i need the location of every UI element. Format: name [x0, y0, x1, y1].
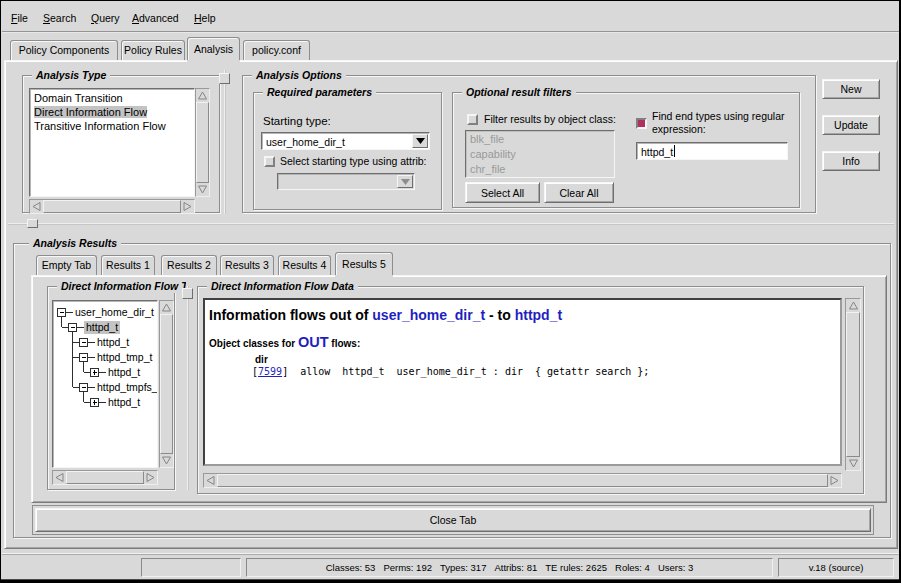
tab-policy-rules[interactable]: Policy Rules	[121, 40, 185, 60]
scrollbar-thumb[interactable]	[846, 312, 860, 457]
scroll-down-button[interactable]	[160, 454, 173, 467]
results-pane-sash-handle[interactable]	[27, 219, 38, 228]
scroll-right-button[interactable]	[181, 200, 194, 213]
update-button[interactable]: Update	[822, 115, 880, 135]
new-button[interactable]: New	[822, 79, 880, 99]
menu-query[interactable]: Query	[91, 11, 120, 26]
top-pane-sash-handle[interactable]	[219, 73, 230, 84]
scroll-up-button[interactable]	[196, 89, 209, 102]
subheading-prefix: Object classes for	[209, 338, 298, 349]
scrollbar-thumb[interactable]	[217, 474, 828, 487]
scrollbar-thumb[interactable]	[196, 102, 209, 183]
tree-node-label[interactable]: httpd_t	[95, 336, 131, 349]
flow-tree-groupbox: Direct Information Flow T user_home_dir_…	[47, 286, 175, 490]
analysis-type-item[interactable]: Transitive Information Flow	[30, 119, 194, 133]
regex-checkbox[interactable]	[636, 118, 647, 129]
tree-expander-minus[interactable]	[79, 353, 88, 362]
top-pane-sash[interactable]	[224, 70, 226, 214]
tab-label: Policy Rules	[124, 44, 182, 56]
scrollbar-thumb[interactable]	[160, 314, 173, 454]
tree-expander-minus[interactable]	[68, 323, 77, 332]
starting-type-combo-arrow-button[interactable]	[412, 134, 428, 148]
select-all-button[interactable]: Select All	[465, 182, 540, 203]
status-empty-segment	[141, 558, 241, 577]
tree-node-label[interactable]: httpd_t	[106, 396, 142, 409]
results-tab-label: Empty Tab	[42, 259, 91, 271]
results-tab-results-4[interactable]: Results 4	[278, 255, 331, 275]
results-tab-label: Results 5	[342, 258, 386, 270]
analysis-type-vscrollbar[interactable]	[195, 88, 210, 197]
analysis-type-listbox[interactable]: Domain TransitionDirect Information Flow…	[29, 88, 195, 197]
attrib-combo-arrow-button	[397, 175, 413, 188]
flow-heading-part: - to	[485, 307, 515, 323]
scroll-right-button[interactable]	[144, 471, 157, 484]
flow-tree-hscrollbar[interactable]	[52, 470, 158, 485]
flow-data-hscrollbar[interactable]	[203, 473, 842, 488]
scroll-down-button[interactable]	[196, 183, 209, 196]
flow-tree[interactable]: user_home_dir_thttpd_thttpd_thttpd_tmp_t…	[52, 300, 158, 468]
starting-type-combobox[interactable]: user_home_dir_t	[261, 132, 430, 150]
results-tab-results-1[interactable]: Results 1	[101, 255, 155, 275]
scroll-up-button[interactable]	[160, 301, 173, 314]
info-button[interactable]: Info	[822, 151, 880, 171]
required-parameters-groupbox: Required parameters Starting type: user_…	[253, 92, 442, 210]
analysis-type-item[interactable]: Direct Information Flow	[30, 105, 194, 119]
attrib-checkbox[interactable]	[264, 156, 275, 167]
rule-number-link[interactable]: 7599	[258, 366, 282, 377]
scroll-left-button[interactable]	[53, 471, 66, 484]
results-tab-results-3[interactable]: Results 3	[220, 255, 274, 275]
new-button-label: New	[840, 83, 861, 95]
menu-bar: FileSearchQueryAdvancedHelp	[2, 2, 899, 33]
regex-checkbox-label[interactable]: Find end types using regular expression:	[652, 110, 785, 136]
analysis-type-item-label: Domain Transition	[34, 92, 123, 104]
tree-node-label[interactable]: httpd_tmpfs_t	[95, 381, 158, 394]
analysis-type-item[interactable]: Domain Transition	[30, 91, 194, 105]
starting-type-label: Starting type:	[263, 115, 331, 127]
scrollbar-thumb[interactable]	[43, 200, 181, 213]
scroll-down-button[interactable]	[846, 457, 860, 470]
tree-node-label[interactable]: httpd_t	[84, 321, 120, 334]
scroll-left-button[interactable]	[30, 200, 43, 213]
results-tab-results-5[interactable]: Results 5	[335, 252, 393, 275]
rule-text: allow httpd_t user_home_dir_t : dir { ge…	[288, 366, 649, 377]
scroll-right-button[interactable]	[828, 474, 841, 487]
menu-advanced[interactable]: Advanced	[132, 11, 179, 26]
tree-expander-plus[interactable]	[90, 398, 99, 407]
tree-node-label[interactable]: httpd_tmp_t	[95, 351, 154, 364]
menu-file[interactable]: File	[11, 11, 28, 26]
results-pane-sash[interactable]	[8, 223, 894, 225]
filter-object-class-checkbox[interactable]	[467, 114, 478, 125]
flow-data-text[interactable]: Information flows out of user_home_dir_t…	[203, 298, 842, 466]
close-tab-button[interactable]: Close Tab	[35, 508, 871, 532]
regex-entry[interactable]: httpd_t	[636, 142, 788, 160]
results-tab-results-2[interactable]: Results 2	[161, 255, 217, 275]
menu-help[interactable]: Help	[194, 11, 216, 26]
tree-connector-line	[88, 357, 95, 358]
tree-expander-minus[interactable]	[79, 383, 88, 392]
tab-policy-components[interactable]: Policy Components	[10, 40, 118, 60]
tree-expander-plus[interactable]	[90, 368, 99, 377]
tree-node-label[interactable]: httpd_t	[106, 366, 142, 379]
analysis-results-title: Analysis Results	[29, 237, 121, 250]
attrib-checkbox-label[interactable]: Select starting type using attrib:	[280, 155, 427, 168]
tab-policy-conf[interactable]: policy.conf	[243, 40, 310, 60]
flow-data-vscrollbar[interactable]	[845, 298, 861, 471]
optional-result-filters-title: Optional result filters	[462, 86, 576, 99]
tab-analysis[interactable]: Analysis	[187, 37, 240, 60]
results-tab-empty-tab[interactable]: Empty Tab	[36, 255, 97, 275]
scroll-up-button[interactable]	[846, 299, 860, 312]
tree-node-label[interactable]: user_home_dir_t	[73, 306, 156, 319]
flow-data-groupbox: Direct Information Flow Data Information…	[197, 286, 864, 494]
analysis-type-hscrollbar[interactable]	[29, 199, 195, 214]
clear-all-button[interactable]: Clear All	[544, 182, 614, 203]
scrollbar-thumb[interactable]	[66, 471, 144, 484]
results-split-sash-handle[interactable]	[182, 288, 193, 299]
flow-data-title: Direct Information Flow Data	[207, 280, 358, 293]
menu-search[interactable]: Search	[43, 11, 76, 26]
flow-tree-vscrollbar[interactable]	[159, 300, 174, 468]
tree-expander-minus[interactable]	[79, 338, 88, 347]
scroll-left-button[interactable]	[204, 474, 217, 487]
tree-expander-minus[interactable]	[57, 308, 66, 317]
filter-object-class-label[interactable]: Filter results by object class:	[484, 113, 616, 126]
results-split-sash[interactable]	[187, 286, 189, 490]
